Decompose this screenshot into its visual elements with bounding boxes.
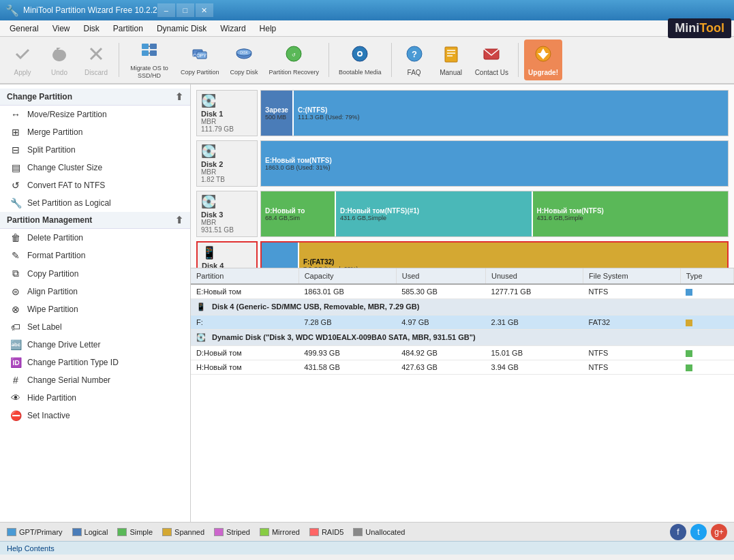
svg-text:?: ? xyxy=(412,49,417,59)
dynamic-row-d[interactable]: D:Новый том 499.93 GB 484.92 GB 15.01 GB… xyxy=(191,346,734,360)
sidebar-item-inactive[interactable]: ⛔ Set Inactive xyxy=(0,407,190,424)
disk-4-part-f[interactable]: F:(FAT32) 7.3 GB (Used: 68%) xyxy=(299,243,727,268)
disk-2-part-e[interactable]: E:Новый том(NTFS) 1863.0 GB (Used: 31%) xyxy=(261,141,728,186)
disk4-row-f[interactable]: F: 7.28 GB 4.97 GB 2.31 GB FAT32 xyxy=(191,315,734,330)
bootable-media-button[interactable]: Bootable Media xyxy=(335,40,386,80)
menu-general[interactable]: General xyxy=(3,22,46,35)
sidebar-item-label[interactable]: 🏷 Set Label xyxy=(0,318,190,336)
sidebar-item-hide[interactable]: 👁 Hide Partition xyxy=(0,389,190,407)
disk-3-part-d[interactable]: D:Новый то 68.4 GB,Sim xyxy=(261,191,336,236)
sidebar-item-serial[interactable]: # Change Serial Number xyxy=(0,371,190,389)
sidebar-item-set-logical[interactable]: 🔧 Set Partition as Logical xyxy=(0,194,190,212)
row-capacity: 1863.01 GB xyxy=(299,284,396,299)
legend-striped-color xyxy=(214,528,224,536)
disk-1-part-reserved[interactable]: Зарезервир 500 MB (Use xyxy=(261,91,294,136)
menu-view[interactable]: View xyxy=(46,22,77,35)
disk-4-label[interactable]: 📱 Disk 4 MBR 7.29 GB xyxy=(196,241,258,268)
sidebar-item-cluster[interactable]: ▤ Change Cluster Size xyxy=(0,159,190,176)
migrate-os-button[interactable]: Migrate OS to SSD/HD xyxy=(125,40,174,80)
sidebar-item-align[interactable]: ⊜ Align Partition xyxy=(0,283,190,300)
dynamic-section-header: 💽 Dynamic Disk ("Disk 3, WDC WD10EALX-00… xyxy=(191,330,734,346)
twitter-button[interactable]: t xyxy=(690,524,707,540)
googleplus-button[interactable]: g+ xyxy=(711,524,727,540)
th-filesystem: File System xyxy=(583,268,681,284)
svg-rect-2 xyxy=(142,44,149,49)
disk-2-type: MBR xyxy=(201,168,253,176)
sidebar-item-merge[interactable]: ⊞ Merge Partition xyxy=(0,123,190,141)
disk-2-part-e-detail: 1863.0 GB (Used: 31%) xyxy=(265,164,724,171)
set-logical-icon: 🔧 xyxy=(10,198,22,208)
manual-button[interactable]: Manual xyxy=(434,40,468,80)
disk-3-size: 931.51 GB xyxy=(201,226,253,234)
close-button[interactable]: ✕ xyxy=(196,3,213,17)
sidebar-item-wipe[interactable]: ⊗ Wipe Partition xyxy=(0,300,190,318)
disk-1-part-c[interactable]: C:(NTFS) 111.3 GB (Used: 79%) xyxy=(294,91,728,136)
sidebar-item-fat-ntfs[interactable]: ↺ Convert FAT to NTFS xyxy=(0,176,190,194)
helpbar[interactable]: Help Contents xyxy=(0,541,734,555)
partition-mgmt-collapse[interactable]: ⬆ xyxy=(175,215,183,225)
legend-logical: Logical xyxy=(72,528,108,536)
disk-3-part-d1-detail: 431.6 GB,Simple xyxy=(340,215,527,221)
disk-map: 💽 Disk 1 MBR 111.79 GB Зарезервир 500 MB… xyxy=(191,84,734,268)
menu-disk[interactable]: Disk xyxy=(77,22,106,35)
dynamic-header-text: Dynamic Disk ("Disk 3, WDC WD10EALX-009B… xyxy=(212,333,476,341)
legend-raid5: RAID5 xyxy=(309,528,343,536)
disk-1-size: 111.79 GB xyxy=(201,125,253,133)
upgrade-button[interactable]: Upgrade! xyxy=(524,40,562,80)
menu-dynamic-disk[interactable]: Dynamic Disk xyxy=(150,22,213,35)
apply-button[interactable]: Apply xyxy=(5,40,40,80)
sidebar-item-move-resize-label: Move/Resize Partition xyxy=(27,110,107,119)
minimize-button[interactable]: – xyxy=(157,3,175,17)
sidebar-item-split[interactable]: ⊟ Split Partition xyxy=(0,141,190,159)
menu-help[interactable]: Help xyxy=(253,22,284,35)
maximize-button[interactable]: □ xyxy=(177,3,194,17)
copy-partition-button[interactable]: COPY Copy Partition xyxy=(177,40,224,80)
disk-1-label[interactable]: 💽 Disk 1 MBR 111.79 GB xyxy=(196,90,258,136)
disk-1-part-c-detail: 111.3 GB (Used: 79%) xyxy=(298,114,724,121)
disk-3-part-d1[interactable]: D:Новый том(NTFS)(#1) 431.6 GB,Simple xyxy=(336,191,533,236)
dynamic-row-h[interactable]: H:Новый том 431.58 GB 427.63 GB 3.94 GB … xyxy=(191,360,734,375)
sidebar-item-format-label: Format Partition xyxy=(27,251,85,260)
disk-area: 💽 Disk 1 MBR 111.79 GB Зарезервир 500 MB… xyxy=(191,84,734,522)
table-row[interactable]: E:Новый том 1863.01 GB 585.30 GB 1277.71… xyxy=(191,284,734,299)
disk-1-part-reserved-detail: 500 MB (Use xyxy=(265,114,288,121)
legend-simple: Simple xyxy=(117,528,153,536)
change-partition-collapse[interactable]: ⬆ xyxy=(175,91,183,102)
sidebar-item-type-id-label: Change Partition Type ID xyxy=(27,358,119,367)
disk4-section-label: 📱 Disk 4 (Generic- SD/MMC USB, Removable… xyxy=(191,299,734,315)
sidebar-item-move-resize[interactable]: ↔ Move/Resize Partition xyxy=(0,106,190,123)
copy-disk-button[interactable]: DISK Copy Disk xyxy=(226,40,262,80)
sidebar-item-type-id[interactable]: 🆔 Change Partition Type ID xyxy=(0,354,190,371)
sidebar-item-wipe-label: Wipe Partition xyxy=(27,305,78,314)
th-capacity: Capacity xyxy=(299,268,396,284)
disk-2-icon: 💽 xyxy=(201,144,253,159)
disk-4-part-small[interactable] xyxy=(262,243,299,268)
disk-3-label[interactable]: 💽 Disk 3 MBR 931.51 GB xyxy=(196,191,258,237)
sidebar-item-format[interactable]: ✎ Format Partition xyxy=(0,247,190,264)
disk-2-row: 💽 Disk 2 MBR 1.82 TB E:Новый том(NTFS) 1… xyxy=(196,140,729,187)
disk-1-name: Disk 1 xyxy=(201,110,253,118)
disk-2-label[interactable]: 💽 Disk 2 MBR 1.82 TB xyxy=(196,140,258,187)
sidebar-item-copy[interactable]: ⧉ Copy Partition xyxy=(0,264,190,283)
sidebar-item-delete[interactable]: 🗑 Delete Partition xyxy=(0,229,190,247)
svg-text:COPY: COPY xyxy=(193,53,207,58)
disk-3-part-h[interactable]: H:Новый том(NTFS) 431.6 GB,Simple xyxy=(533,191,729,236)
undo-icon xyxy=(50,44,69,67)
sidebar-item-delete-label: Delete Partition xyxy=(27,233,83,243)
upgrade-icon xyxy=(534,44,553,67)
sidebar-item-drive-letter[interactable]: 🔤 Change Drive Letter xyxy=(0,336,190,354)
drive-letter-icon: 🔤 xyxy=(10,339,22,350)
sidebar-item-copy-label: Copy Partition xyxy=(27,269,78,279)
faq-button[interactable]: ? FAQ xyxy=(397,40,431,80)
undo-button[interactable]: Undo xyxy=(42,40,76,80)
menu-wizard[interactable]: Wizard xyxy=(213,22,252,35)
contact-us-icon xyxy=(482,44,501,67)
partition-recovery-label: Partition Recovery xyxy=(269,69,320,76)
partition-recovery-button[interactable]: ↺ Partition Recovery xyxy=(265,40,324,80)
discard-button[interactable]: Discard xyxy=(79,40,113,80)
sidebar-item-drive-letter-label: Change Drive Letter xyxy=(27,340,100,349)
contact-us-button[interactable]: Contact Us xyxy=(471,40,513,80)
facebook-button[interactable]: f xyxy=(670,524,686,540)
migrate-os-label: Migrate OS to SSD/HD xyxy=(129,65,170,80)
menu-partition[interactable]: Partition xyxy=(106,22,150,35)
